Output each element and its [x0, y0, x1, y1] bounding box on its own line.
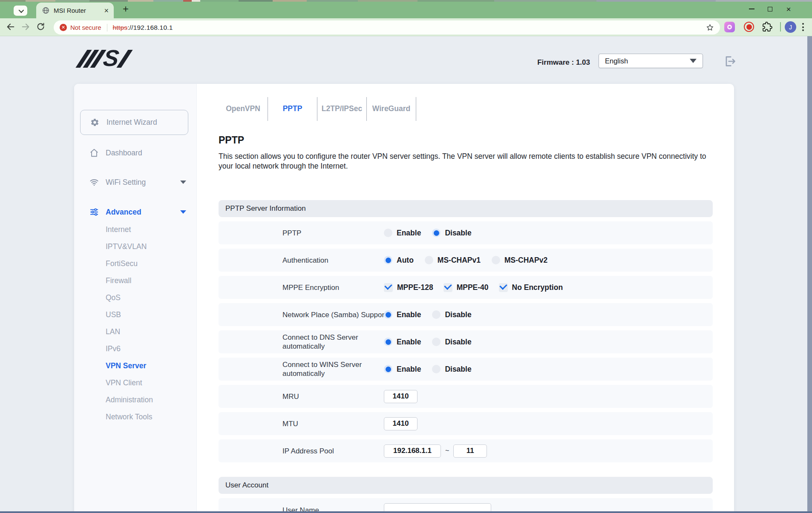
radio-option-disable[interactable]: Disable: [432, 365, 471, 374]
extension-pink-button[interactable]: [724, 22, 735, 32]
radio-label: Disable: [445, 229, 471, 238]
url-host: ://192.168.10.1: [127, 24, 173, 31]
extension-record-button[interactable]: [744, 22, 754, 32]
mtu-input[interactable]: [384, 417, 418, 430]
browser-tab[interactable]: MSI Router ×: [36, 3, 114, 18]
tab-close-icon[interactable]: ×: [104, 7, 109, 14]
sidebar-item-label: Advanced: [106, 208, 173, 217]
radio-selected-icon[interactable]: [384, 338, 392, 346]
sidebar-item-usb[interactable]: USB: [74, 306, 196, 323]
radio-selected-icon[interactable]: [432, 229, 441, 237]
extensions-button[interactable]: [762, 22, 772, 32]
sidebar-item-dashboard[interactable]: Dashboard: [74, 144, 196, 161]
checkbox-option-mppe-128[interactable]: MPPE-128: [384, 283, 433, 292]
chevron-down-icon: [180, 210, 186, 214]
radio-icon[interactable]: [425, 256, 433, 264]
address-bar[interactable]: ✕ Not secure https://192.168.10.1: [54, 20, 720, 34]
checkbox-checked-icon[interactable]: [443, 283, 452, 292]
window-bottom-edge: [0, 511, 812, 513]
not-secure-label: Not secure: [70, 24, 101, 31]
back-button[interactable]: [6, 22, 15, 32]
radio-option-enable[interactable]: Enable: [384, 229, 421, 238]
radio-icon[interactable]: [492, 256, 500, 264]
radio-icon[interactable]: [384, 229, 392, 237]
window-maximize-button[interactable]: [765, 4, 775, 14]
chevron-down-icon: [180, 181, 186, 184]
checkbox-checked-icon[interactable]: [384, 283, 393, 292]
radio-icon[interactable]: [432, 365, 441, 373]
sidebar-item-network-tools[interactable]: Network Tools: [74, 408, 196, 425]
radio-icon[interactable]: [432, 338, 441, 346]
puzzle-icon: [762, 22, 772, 32]
ip-pool-start-input[interactable]: [384, 444, 441, 458]
back-arrow-icon: [6, 22, 15, 32]
radio-option-enable[interactable]: Enable: [384, 310, 421, 319]
sidebar-item-iptv-vlan[interactable]: IPTV&VLAN: [74, 238, 196, 255]
tab-pptp[interactable]: PPTP: [268, 104, 317, 113]
gear-icon: [90, 118, 99, 127]
sidebar-item-qos[interactable]: QoS: [74, 289, 196, 306]
language-select[interactable]: English: [599, 54, 703, 68]
not-secure-icon: ✕: [60, 24, 67, 31]
reload-button[interactable]: [36, 22, 46, 32]
sidebar-item-advanced[interactable]: Advanced: [74, 203, 196, 221]
radio-icon[interactable]: [432, 310, 441, 319]
bookmark-star-button[interactable]: [706, 23, 714, 32]
extension-pink-icon: [726, 24, 732, 30]
logout-button[interactable]: [723, 55, 736, 68]
browser-menu-button[interactable]: [802, 22, 804, 32]
sidebar-item-internet[interactable]: Internet: [74, 221, 196, 238]
page-scrollbar[interactable]: [807, 36, 812, 513]
field-label: MRU: [282, 392, 384, 401]
field-label: Connect to WINS Server automatically: [282, 360, 384, 378]
checkbox-option-mppe-40[interactable]: MPPE-40: [443, 283, 489, 292]
mru-input[interactable]: [384, 390, 418, 403]
radio-option-ms-chapv1[interactable]: MS-CHAPv1: [425, 256, 481, 265]
sidebar-item-vpn-server[interactable]: VPN Server: [74, 357, 196, 374]
tab-wireguard[interactable]: WireGuard: [367, 104, 416, 113]
msi-logo: S: [81, 49, 145, 69]
main-content: OpenVPN PPTP L2TP/IPSec WireGuard PPTP T…: [197, 84, 734, 513]
tab-search-button[interactable]: [14, 6, 27, 16]
radio-option-enable[interactable]: Enable: [384, 338, 421, 347]
radio-label: Enable: [397, 365, 421, 374]
checkbox-checked-icon[interactable]: [499, 283, 508, 292]
radio-option-ms-chapv2[interactable]: MS-CHAPv2: [492, 256, 547, 265]
form-row-authentication: Authentication Auto MS-CHAPv1 MS-CHAPv2: [219, 249, 713, 272]
radio-selected-icon[interactable]: [384, 365, 392, 373]
sidebar-item-vpn-client[interactable]: VPN Client: [74, 374, 196, 391]
profile-avatar[interactable]: J: [785, 21, 796, 33]
logout-icon: [723, 55, 736, 68]
sidebar-item-firewall[interactable]: Firewall: [74, 272, 196, 289]
tab-l2tp-ipsec[interactable]: L2TP/IPSec: [317, 104, 366, 113]
router-admin-page: S Firmware : 1.03 English Internet Wizar…: [0, 36, 812, 513]
ip-pool-end-input[interactable]: [453, 444, 487, 458]
radio-option-disable[interactable]: Disable: [432, 229, 471, 238]
radio-selected-icon[interactable]: [384, 256, 392, 264]
window-minimize-button[interactable]: [747, 4, 756, 14]
minimize-icon: [749, 9, 754, 9]
close-icon: ×: [786, 5, 791, 13]
radio-option-auto[interactable]: Auto: [384, 256, 414, 265]
sidebar-item-fortisecu[interactable]: FortiSecu: [74, 255, 196, 272]
radio-option-enable[interactable]: Enable: [384, 365, 421, 374]
sidebar-item-lan[interactable]: LAN: [74, 323, 196, 340]
forward-button[interactable]: [21, 22, 30, 32]
checkbox-option-no-encryption[interactable]: No Encryption: [499, 283, 563, 292]
tab-openvpn[interactable]: OpenVPN: [219, 104, 268, 113]
radio-option-disable[interactable]: Disable: [432, 338, 471, 347]
radio-label: MS-CHAPv1: [438, 256, 481, 265]
window-close-button[interactable]: ×: [784, 4, 793, 14]
radio-option-disable[interactable]: Disable: [432, 310, 471, 319]
radio-selected-icon[interactable]: [384, 310, 392, 319]
sidebar-item-ipv6[interactable]: IPv6: [74, 340, 196, 357]
sliders-icon: [89, 207, 99, 217]
new-tab-button[interactable]: +: [120, 3, 131, 14]
field-label: PPTP: [282, 229, 384, 238]
sidebar-item-internet-wizard[interactable]: Internet Wizard: [80, 110, 188, 135]
home-icon: [89, 148, 99, 158]
sidebar-item-label: Internet Wizard: [107, 118, 157, 127]
sidebar-item-wifi-setting[interactable]: WiFi Setting: [74, 174, 196, 191]
toolbar-divider: [780, 22, 781, 32]
sidebar-item-administration[interactable]: Administration: [74, 391, 196, 408]
